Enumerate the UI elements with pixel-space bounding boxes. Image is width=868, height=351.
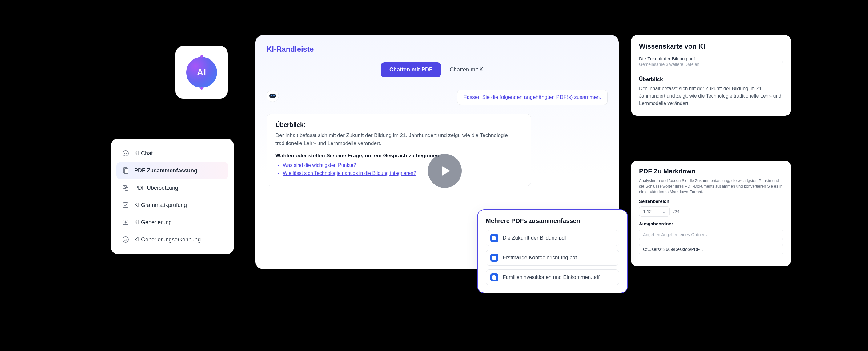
markdown-description: Analysieren und fassen Sie die Zusammenf… [639,178,783,195]
overview-heading: Überblick: [276,121,522,128]
sidebar-item-label: KI Generierungserkennung [134,236,201,243]
tab-chat-pdf[interactable]: Chatten mit PDF [381,62,441,77]
svg-text:AI: AI [124,239,127,241]
pdf-file-name: Die Zukunft der Bildung.pdf [503,235,566,241]
assistant-response: Überblick: Der Inhalt befasst sich mit d… [267,114,531,186]
wissenskarte-file-row[interactable]: Die Zukunft der Bildung.pdf Gemeinsame 3… [639,56,783,71]
output-folder-path[interactable]: C:\Users\13609\Desktop\PDF... [639,243,783,255]
suggested-question-link[interactable]: Was sind die wichtigsten Punkte? [283,163,356,168]
translate-icon: A [122,184,129,192]
play-icon [439,164,453,178]
sidebar-menu: KI Chat PDF Zusammenfassung A PDF Überse… [111,139,234,254]
sidebar-item-label: PDF Übersetzung [134,185,178,191]
ai-logo-text: AI [197,67,206,77]
page-range-total: /24 [674,209,679,214]
wissenskarte-title: Wissenskarte von KI [639,42,783,51]
wissenskarte-section-text: Der Inhalt befasst sich mit der Zukunft … [639,85,783,107]
wissenskarte-file-sub: Gemeinsame 3 weitere Dateien [639,62,699,67]
svg-point-0 [123,151,128,156]
user-message-row: Fassen Sie die folgenden angehängten PDF… [267,90,608,105]
svg-rect-4 [124,169,128,174]
question-prompt: Wählen oder stellen Sie eine Frage, um e… [276,153,522,159]
wissenskarte-file-name: Die Zukunft der Bildung.pdf [639,56,699,61]
sidebar-item-label: KI Generierung [134,219,172,226]
output-folder-label: Ausgabeordner [639,221,783,226]
panel-title: KI-Randleiste [267,45,608,54]
sidebar-item-detect[interactable]: AI KI Generierungserkennung [116,231,228,248]
ai-logo-card: AI [176,46,228,98]
tab-chat-ki[interactable]: Chatten mit KI [441,62,493,77]
sidebar-item-pdf-translate[interactable]: A PDF Übersetzung [116,179,228,197]
sidebar-item-generate[interactable]: KI Generierung [116,214,228,231]
suggested-questions: Was sind die wichtigsten Punkte? Wie läs… [276,163,522,176]
overview-text: Der Inhalt befasst sich mit der Zukunft … [276,131,522,147]
chat-icon [122,150,129,157]
output-folder-placeholder[interactable]: Angeben Angeben eines Ordners [639,229,783,240]
pdf-file-icon [490,254,498,262]
svg-point-2 [126,153,127,154]
chevron-down-icon: ⌄ [662,209,666,214]
generate-icon [122,218,129,226]
pdf-file-row[interactable]: Familieninvestitionen und Einkommen.pdf [486,269,619,285]
sidebar-item-label: KI Grammatikprüfung [134,202,187,208]
pdf-file-row[interactable]: Erstmalige Kontoeinrichtung.pdf [486,250,619,266]
page-range-value: 1-12 [643,209,652,214]
wissenskarte-card: Wissenskarte von KI Die Zukunft der Bild… [631,35,791,116]
sidebar-item-label: KI Chat [134,150,153,157]
summary-icon [122,167,129,174]
pdf-file-icon [490,234,498,242]
pdf-file-icon [490,273,498,282]
pdf-file-name: Familieninvestitionen und Einkommen.pdf [503,274,599,281]
grammar-icon [122,201,129,209]
svg-text:A: A [124,186,126,188]
svg-point-1 [124,153,125,154]
sidebar-item-grammar[interactable]: KI Grammatikprüfung [116,197,228,214]
sidebar-item-label: PDF Zusammenfassung [134,168,197,174]
chat-tabs: Chatten mit PDF Chatten mit KI [267,62,608,77]
chevron-right-icon: › [781,58,783,65]
bot-avatar-icon [267,90,279,102]
sidebar-item-pdf-summary[interactable]: PDF Zusammenfassung [116,162,228,179]
page-range-label: Seitenbereich [639,199,783,204]
detect-icon: AI [122,236,129,243]
multi-pdf-card: Mehrere PDFs zusammenfassen Die Zukunft … [477,209,628,293]
suggested-question-link[interactable]: Wie lässt sich Technologie nahtlos in di… [283,171,416,176]
sidebar-item-ki-chat[interactable]: KI Chat [116,145,228,162]
svg-rect-8 [123,203,128,207]
pdf-markdown-card: PDF Zu Markdown Analysieren und fassen S… [631,161,791,266]
pdf-file-row[interactable]: Die Zukunft der Bildung.pdf [486,230,619,246]
markdown-title: PDF Zu Markdown [639,168,783,175]
user-prompt-bubble: Fassen Sie die folgenden angehängten PDF… [457,90,608,105]
multi-pdf-title: Mehrere PDFs zusammenfassen [486,217,619,225]
page-range-row: 1-12 ⌄ /24 [639,206,783,217]
play-button[interactable] [428,154,462,188]
pdf-file-name: Erstmalige Kontoeinrichtung.pdf [503,255,577,261]
ai-logo-icon: AI [186,57,217,88]
wissenskarte-section-heading: Überblick [639,76,783,83]
page-range-select[interactable]: 1-12 ⌄ [639,206,670,217]
